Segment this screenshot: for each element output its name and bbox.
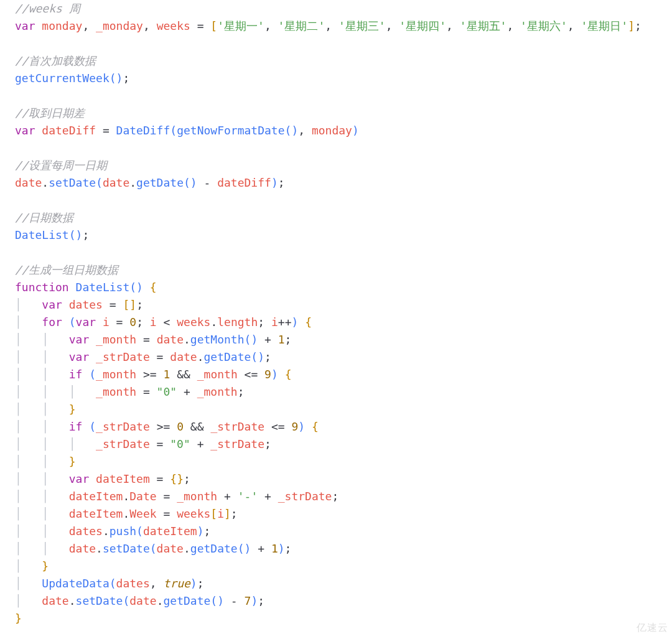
var-dateDiff: dateDiff [42, 124, 96, 137]
var-dates: dates [69, 298, 103, 311]
var-dateItem: dateItem [96, 472, 150, 485]
fn-DateDiff: DateDiff [116, 124, 170, 137]
watermark-label: 亿速云 [637, 619, 668, 627]
var-i: i [103, 315, 110, 329]
fn-getCurrentWeek: getCurrentWeek [15, 72, 110, 85]
fn-getNowFormatDate: getNowFormatDate [177, 124, 284, 137]
keyword-if: if [69, 368, 83, 381]
fn-UpdateData: UpdateData [42, 577, 109, 590]
comment-line: //日期数据 [15, 211, 73, 224]
keyword-var: var [15, 19, 35, 32]
var-date: date [15, 176, 42, 189]
comment-line: //设置每周一日期 [15, 159, 107, 172]
var-ustrDate: _strDate [96, 350, 150, 363]
var-monday: monday [42, 19, 82, 32]
var-umonth: _month [96, 333, 136, 346]
comment-line: //取到日期差 [15, 106, 85, 119]
code-block: //weeks 周 var monday, _monday, weeks = [… [0, 0, 672, 627]
var-umonday: _monday [96, 19, 143, 32]
comment-line: //首次加载数据 [15, 54, 96, 67]
var-weeks: weeks [157, 19, 190, 32]
keyword-function: function [15, 281, 69, 294]
fn-DateList-def: DateList [76, 281, 130, 294]
comment-line: //weeks 周 [15, 2, 80, 15]
keyword-for: for [42, 315, 62, 329]
fn-DateList-call: DateList [15, 228, 69, 241]
comment-line: //生成一组日期数据 [15, 263, 118, 276]
